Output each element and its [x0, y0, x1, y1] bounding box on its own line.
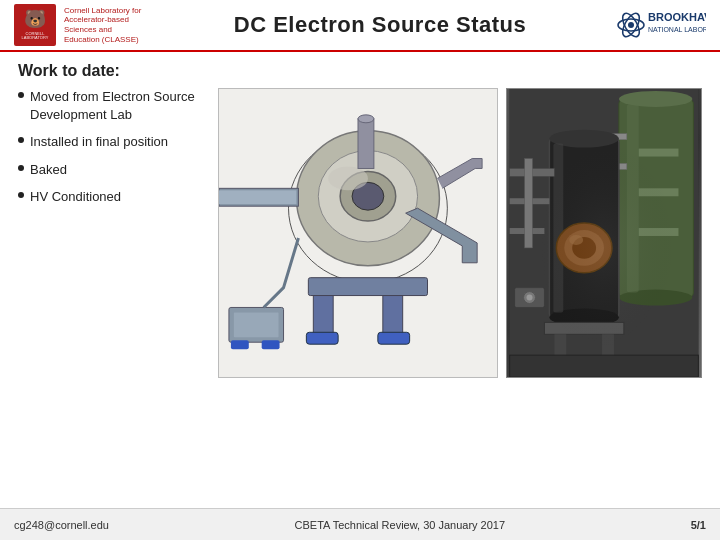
svg-rect-19 [378, 332, 410, 344]
bullet-items: Moved from Electron Source Development L… [18, 88, 208, 206]
svg-rect-23 [262, 340, 280, 349]
footer-slide-number: 5/1 [691, 519, 706, 531]
header-left: 🐻 CORNELLLABORATORY Cornell Laboratory f… [14, 4, 144, 46]
bullet-dot [18, 165, 24, 171]
svg-rect-22 [231, 340, 249, 349]
header: 🐻 CORNELLLABORATORY Cornell Laboratory f… [0, 0, 720, 52]
list-item: Baked [18, 161, 208, 179]
bullet-text-1: Moved from Electron Source Development L… [30, 88, 208, 123]
cornell-logo-text: CORNELLLABORATORY [22, 32, 49, 41]
list-item: Moved from Electron Source Development L… [18, 88, 208, 123]
section-title: Work to date: [18, 62, 702, 80]
images-area [218, 88, 702, 508]
slide: 🐻 CORNELLLABORATORY Cornell Laboratory f… [0, 0, 720, 540]
bullet-dot [18, 137, 24, 143]
svg-point-25 [358, 115, 374, 123]
svg-text:NATIONAL LABORATORY: NATIONAL LABORATORY [648, 26, 706, 33]
svg-rect-56 [510, 355, 699, 377]
svg-rect-14 [219, 190, 296, 204]
content-area: Work to date: Moved from Electron Source… [0, 52, 720, 508]
cornell-bear-icon: 🐻 [24, 9, 46, 31]
bullet-text-2: Installed in final position [30, 133, 168, 151]
cad-svg [219, 89, 497, 377]
bullet-text-3: Baked [30, 161, 67, 179]
main-area: Moved from Electron Source Development L… [18, 88, 702, 508]
svg-point-12 [328, 166, 368, 190]
bullet-dot [18, 192, 24, 198]
svg-rect-55 [510, 89, 699, 377]
page-title: DC Electron Source Status [234, 12, 526, 38]
svg-rect-16 [313, 296, 333, 336]
footer-email: cg248@cornell.edu [14, 519, 109, 531]
cad-diagram [218, 88, 498, 378]
svg-rect-21 [234, 312, 279, 337]
footer-event: CBETA Technical Review, 30 January 2017 [295, 519, 506, 531]
list-item: HV Conditioned [18, 188, 208, 206]
footer: cg248@cornell.edu CBETA Technical Review… [0, 508, 720, 540]
bullet-text-4: HV Conditioned [30, 188, 121, 206]
bullet-list: Moved from Electron Source Development L… [18, 88, 208, 508]
svg-rect-17 [383, 296, 403, 336]
photo-svg [507, 89, 701, 377]
cornell-subtitle: Cornell Laboratory for Accelerator-based… [64, 6, 144, 44]
svg-rect-24 [358, 119, 374, 169]
bnl-logo-svg: BROOKHAVEN NATIONAL LABORATORY [616, 5, 706, 45]
svg-text:BROOKHAVEN: BROOKHAVEN [648, 11, 706, 23]
list-item: Installed in final position [18, 133, 208, 151]
bullet-dot [18, 92, 24, 98]
svg-rect-18 [306, 332, 338, 344]
svg-point-3 [628, 22, 634, 28]
svg-rect-15 [308, 278, 427, 296]
brookhaven-logo: BROOKHAVEN NATIONAL LABORATORY [616, 5, 706, 45]
lab-photo [506, 88, 702, 378]
cornell-logo: 🐻 CORNELLLABORATORY [14, 4, 56, 46]
